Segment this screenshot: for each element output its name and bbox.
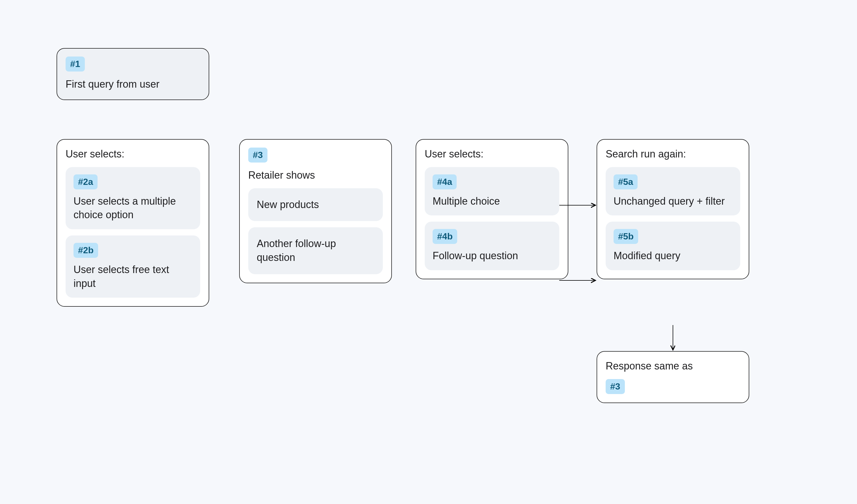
- node-2-title: User selects:: [66, 148, 200, 161]
- badge-2b: #2b: [73, 243, 98, 258]
- badge-4a: #4a: [433, 174, 457, 189]
- badge-2a: #2a: [73, 174, 98, 189]
- diagram-canvas: #1 First query from user User selects: #…: [0, 0, 857, 504]
- node-2b-text: User selects free text input: [73, 263, 192, 290]
- badge-4b: #4b: [433, 229, 457, 244]
- arrow-5-to-6: [667, 325, 678, 353]
- node-2a-text: User selects a multiple choice option: [73, 195, 192, 222]
- node-2b: #2b User selects free text input: [66, 235, 200, 298]
- badge-6-ref3: #3: [606, 379, 625, 394]
- badge-5b: #5b: [614, 229, 638, 244]
- node-3a-text: New products: [257, 198, 374, 212]
- node-first-query: #1 First query from user: [56, 48, 209, 100]
- node-4b-text: Follow-up question: [433, 249, 551, 263]
- node-5a-text: Unchanged query + filter: [614, 195, 732, 208]
- node-5-title: Search run again:: [606, 148, 740, 161]
- node-3-title: Retailer shows: [248, 169, 383, 182]
- badge-5a: #5a: [614, 174, 638, 189]
- node-4a: #4a Multiple choice: [425, 167, 559, 216]
- badge-1: #1: [66, 56, 85, 71]
- node-5a: #5a Unchanged query + filter: [606, 167, 740, 216]
- node-2a: #2a User selects a multiple choice optio…: [66, 167, 200, 229]
- node-4-title: User selects:: [425, 148, 559, 161]
- node-3b: Another follow-up question: [248, 227, 383, 274]
- node-6-title: Response same as: [606, 359, 740, 373]
- node-3b-text: Another follow-up question: [257, 237, 374, 264]
- node-1-text: First query from user: [66, 78, 200, 91]
- node-search-run-again: Search run again: #5a Unchanged query + …: [596, 139, 749, 279]
- node-4a-text: Multiple choice: [433, 195, 551, 208]
- node-5b: #5b Modified query: [606, 222, 740, 270]
- node-response-same-as: Response same as #3: [596, 351, 749, 403]
- node-user-selects-1: User selects: #2a User selects a multipl…: [56, 139, 209, 307]
- node-retailer-shows: #3 Retailer shows New products Another f…: [239, 139, 392, 283]
- node-4b: #4b Follow-up question: [425, 222, 559, 270]
- node-3a: New products: [248, 188, 383, 221]
- node-user-selects-2: User selects: #4a Multiple choice #4b Fo…: [416, 139, 568, 279]
- node-5b-text: Modified query: [614, 249, 732, 263]
- badge-3: #3: [248, 148, 268, 163]
